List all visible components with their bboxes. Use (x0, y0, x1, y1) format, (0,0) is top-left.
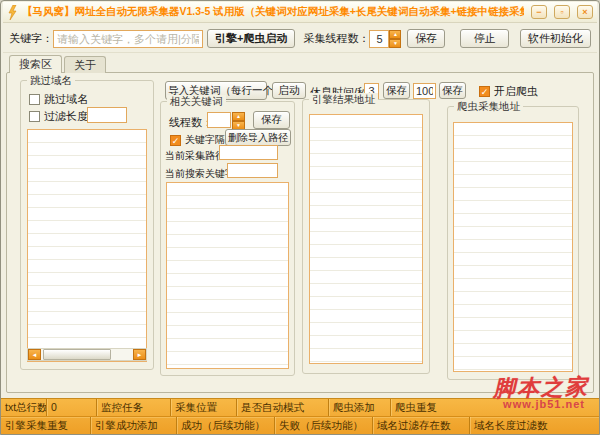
related-save-button[interactable]: 保存 (253, 111, 290, 129)
keyword-label: 关键字： (9, 31, 53, 46)
collect-threads-spinner: ▲ ▼ (389, 30, 401, 48)
window-title: 【马风窝】网址全自动无限采集器V1.3-5 试用版（关键词对应网址采集+长尾关键… (22, 5, 524, 19)
collect-threads-input[interactable] (369, 30, 389, 48)
checkbox-icon (29, 94, 40, 105)
filter-length-checkbox[interactable]: 过滤长度 (29, 109, 88, 124)
status-engine-duplicate: 引擎采集重复 (1, 417, 91, 435)
related-keywords-group: 相关关键词 线程数： ▲ ▼ 保存 ✓ 关键字隔行 删除导入路径 当前采集路径：… (160, 101, 295, 376)
stop-button[interactable]: 停止 (460, 29, 509, 48)
delete-import-path-button[interactable]: 删除导入路径 (225, 129, 291, 146)
tab-strip: 搜索区 关于 (9, 56, 106, 73)
status-txt-total-value: 0 (47, 399, 97, 416)
status-collect-position: 采集位置 (171, 399, 237, 416)
spinner-down-button[interactable]: ▼ (389, 39, 401, 48)
close-button[interactable]: × (577, 5, 593, 19)
related-keywords-group-title: 相关关键词 (167, 95, 226, 109)
spinner-up-button[interactable]: ▲ (232, 112, 245, 121)
rest-save-button[interactable]: 保存 (383, 82, 410, 99)
maximize-button[interactable]: ▫ (554, 5, 570, 19)
skip-domain-list[interactable] (27, 129, 147, 362)
enable-crawler-checkbox-label: 开启爬虫 (494, 84, 538, 99)
crawler-collect-group-title: 爬虫采集地址 (454, 100, 523, 114)
skip-domain-checkbox[interactable]: 跳过域名 (29, 92, 88, 107)
threads-spinner: ▲ ▼ (232, 112, 245, 130)
enable-crawler-checkbox[interactable]: ✓ 开启爬虫 (479, 84, 538, 99)
app-icon (7, 5, 18, 20)
crawler-collect-group: 爬虫采集地址 (447, 106, 579, 380)
skip-domain-checkbox-label: 跳过域名 (44, 92, 88, 107)
engine-crawler-start-button[interactable]: 引擎+爬虫启动 (207, 29, 295, 48)
checkbox-checked-icon: ✓ (479, 86, 490, 97)
engine-results-group: 引擎结果地址 (302, 99, 430, 374)
run-button[interactable]: 启动 (272, 82, 306, 99)
engine-results-list[interactable] (309, 114, 423, 364)
status-row-1: txt总行数 0 监控任务 采集位置 是否自动模式 爬虫添加 爬虫重复 (1, 399, 599, 417)
status-engine-added: 引擎成功添加 (91, 417, 177, 435)
checkbox-checked-icon: ✓ (170, 135, 181, 146)
skip-domain-group: 跳过域名 跳过域名 过滤长度 ◄ ► (20, 80, 154, 370)
scroll-left-button[interactable]: ◄ (28, 349, 41, 360)
scroll-right-button[interactable]: ► (133, 349, 146, 360)
status-crawler-added: 爬虫添加 (329, 399, 391, 416)
software-init-button[interactable]: 软件初始化 (520, 29, 591, 48)
crawler-collect-list[interactable] (453, 122, 573, 372)
current-path-input[interactable] (219, 145, 278, 160)
checkbox-icon (29, 111, 40, 122)
engine-results-group-title: 引擎结果地址 (309, 93, 378, 107)
spinner-up-button[interactable]: ▲ (389, 30, 401, 39)
scrollbar-thumb[interactable] (43, 349, 111, 360)
limit-input[interactable] (413, 83, 436, 99)
status-fail-future: 失败（后续功能） (275, 417, 373, 435)
status-auto-mode: 是否自动模式 (237, 399, 329, 416)
filter-length-checkbox-label: 过滤长度 (44, 109, 88, 124)
status-monitor-task: 监控任务 (97, 399, 171, 416)
status-crawler-duplicate: 爬虫重复 (391, 399, 599, 416)
tab-search-area[interactable]: 搜索区 (9, 55, 62, 73)
toolbar-save-button[interactable]: 保存 (407, 29, 445, 48)
status-row-2: 引擎采集重复 引擎成功添加 成功（后续功能） 失败（后续功能） 域名过滤存在数 … (1, 417, 599, 435)
related-keywords-list[interactable] (166, 182, 289, 369)
app-window: 【马风窝】网址全自动无限采集器V1.3-5 试用版（关键词对应网址采集+长尾关键… (0, 0, 600, 435)
search-area-panel: 跳过域名 跳过域名 过滤长度 ◄ ► 导入关键词（每行一个） 启动 休息时间/秒… (6, 72, 594, 393)
skip-domain-group-title: 跳过域名 (27, 74, 75, 88)
status-txt-total-lines: txt总行数 (1, 399, 47, 416)
tab-about[interactable]: 关于 (64, 56, 106, 73)
top-toolbar: 关键字： 引擎+爬虫启动 采集线程数： ▲ ▼ 保存 停止 软件初始化 (3, 25, 597, 53)
skip-domain-list-hscrollbar: ◄ ► (27, 348, 147, 361)
collect-threads-label: 采集线程数： (303, 31, 369, 46)
keyword-input[interactable] (53, 30, 203, 48)
current-keyword-input[interactable] (227, 163, 278, 178)
filter-length-input[interactable] (87, 107, 127, 123)
status-domain-filter-count: 域名过滤存在数 (373, 417, 470, 435)
minimize-button[interactable]: − (531, 5, 547, 19)
threads-input[interactable] (207, 112, 231, 128)
limit-save-button[interactable]: 保存 (439, 82, 466, 99)
title-bar: 【马风窝】网址全自动无限采集器V1.3-5 试用版（关键词对应网址采集+长尾关键… (3, 2, 597, 23)
status-domain-length-filter-count: 域名长度过滤数 (470, 417, 599, 435)
status-success-future: 成功（后续功能） (177, 417, 275, 435)
status-bar: txt总行数 0 监控任务 采集位置 是否自动模式 爬虫添加 爬虫重复 引擎采集… (1, 398, 599, 434)
